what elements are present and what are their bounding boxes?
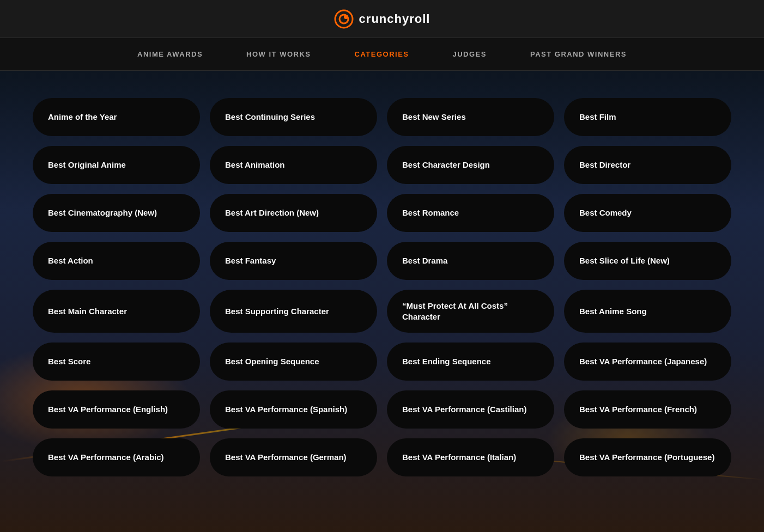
- category-btn-best-romance[interactable]: Best Romance: [387, 194, 554, 232]
- main-nav: ANIME AWARDS HOW IT WORKS CATEGORIES JUD…: [0, 38, 764, 71]
- nav-judges[interactable]: JUDGES: [453, 50, 487, 58]
- category-btn-best-va-performance-french[interactable]: Best VA Performance (French): [564, 390, 731, 429]
- site-header: crunchyroll: [0, 0, 764, 38]
- category-btn-best-opening-sequence[interactable]: Best Opening Sequence: [210, 343, 377, 381]
- category-btn-best-va-performance-spanish[interactable]: Best VA Performance (Spanish): [210, 390, 377, 429]
- category-btn-best-va-performance-castilian[interactable]: Best VA Performance (Castilian): [387, 390, 554, 429]
- logo-text: crunchyroll: [359, 12, 430, 26]
- category-btn-best-director[interactable]: Best Director: [564, 146, 731, 184]
- svg-point-0: [335, 10, 353, 28]
- category-btn-best-fantasy[interactable]: Best Fantasy: [210, 242, 377, 280]
- main-content: Anime of the YearBest Continuing SeriesB…: [0, 71, 764, 532]
- category-btn-best-character-design[interactable]: Best Character Design: [387, 146, 554, 184]
- category-btn-best-va-performance-arabic[interactable]: Best VA Performance (Arabic): [33, 438, 200, 476]
- category-btn-best-supporting-character[interactable]: Best Supporting Character: [210, 290, 377, 333]
- categories-grid: Anime of the YearBest Continuing SeriesB…: [33, 98, 731, 476]
- category-btn-best-drama[interactable]: Best Drama: [387, 242, 554, 280]
- category-btn-best-va-performance-japanese[interactable]: Best VA Performance (Japanese): [564, 343, 731, 381]
- category-btn-must-protect-character[interactable]: “Must Protect At All Costs” Character: [387, 290, 554, 333]
- nav-categories[interactable]: CATEGORIES: [355, 50, 409, 58]
- category-btn-best-original-anime[interactable]: Best Original Anime: [33, 146, 200, 184]
- category-btn-best-slice-of-life-new[interactable]: Best Slice of Life (New): [564, 242, 731, 280]
- category-btn-anime-of-the-year[interactable]: Anime of the Year: [33, 98, 200, 136]
- nav-past-grand-winners[interactable]: PAST GRAND WINNERS: [530, 50, 627, 58]
- category-btn-best-film[interactable]: Best Film: [564, 98, 731, 136]
- nav-how-it-works[interactable]: HOW IT WORKS: [246, 50, 311, 58]
- category-btn-best-action[interactable]: Best Action: [33, 242, 200, 280]
- category-btn-best-art-direction-new[interactable]: Best Art Direction (New): [210, 194, 377, 232]
- crunchyroll-logo-icon: [334, 9, 354, 29]
- category-btn-best-cinematography-new[interactable]: Best Cinematography (New): [33, 194, 200, 232]
- svg-point-2: [344, 15, 348, 19]
- category-btn-best-comedy[interactable]: Best Comedy: [564, 194, 731, 232]
- category-btn-best-main-character[interactable]: Best Main Character: [33, 290, 200, 333]
- category-btn-best-va-performance-english[interactable]: Best VA Performance (English): [33, 390, 200, 429]
- category-btn-best-va-performance-german[interactable]: Best VA Performance (German): [210, 438, 377, 476]
- category-btn-best-score[interactable]: Best Score: [33, 343, 200, 381]
- category-btn-best-va-performance-italian[interactable]: Best VA Performance (Italian): [387, 438, 554, 476]
- category-btn-best-animation[interactable]: Best Animation: [210, 146, 377, 184]
- nav-anime-awards[interactable]: ANIME AWARDS: [137, 50, 203, 58]
- category-btn-best-va-performance-portuguese[interactable]: Best VA Performance (Portuguese): [564, 438, 731, 476]
- category-btn-best-continuing-series[interactable]: Best Continuing Series: [210, 98, 377, 136]
- category-btn-best-new-series[interactable]: Best New Series: [387, 98, 554, 136]
- logo: crunchyroll: [334, 9, 430, 29]
- category-btn-best-ending-sequence[interactable]: Best Ending Sequence: [387, 343, 554, 381]
- category-btn-best-anime-song[interactable]: Best Anime Song: [564, 290, 731, 333]
